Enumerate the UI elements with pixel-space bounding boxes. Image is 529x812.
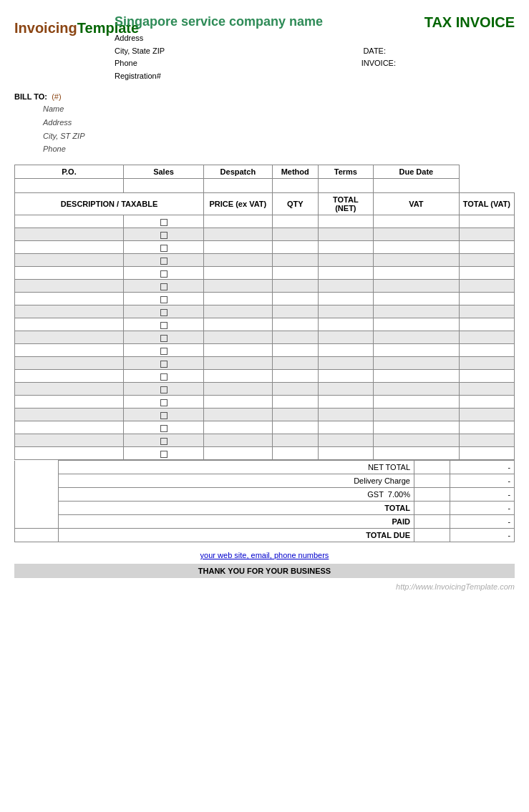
item-description[interactable] [15,447,124,460]
item-total-vat[interactable] [459,241,514,254]
item-price[interactable] [204,409,272,421]
item-total-vat[interactable] [459,267,514,280]
item-price[interactable] [204,241,272,254]
item-checkbox[interactable] [123,447,203,460]
item-total-net[interactable] [318,344,373,357]
checkbox-icon[interactable] [160,245,168,252]
item-description[interactable] [15,396,124,409]
item-description[interactable] [15,293,124,305]
item-price[interactable] [204,421,272,434]
item-description[interactable] [15,228,124,241]
item-vat[interactable] [373,254,459,267]
item-total-net[interactable] [318,331,373,344]
item-total-net[interactable] [318,293,373,305]
item-description[interactable] [15,357,124,370]
item-price[interactable] [204,215,272,228]
checkbox-icon[interactable] [160,309,168,316]
item-description[interactable] [15,344,124,357]
item-vat[interactable] [373,228,459,241]
item-vat[interactable] [373,305,459,318]
item-checkbox[interactable] [123,228,203,241]
item-price[interactable] [204,344,272,357]
item-qty[interactable] [272,215,318,228]
item-price[interactable] [204,357,272,370]
checkbox-icon[interactable] [160,219,168,226]
checkbox-icon[interactable] [160,283,168,290]
item-checkbox[interactable] [123,267,203,280]
checkbox-icon[interactable] [160,373,168,381]
due-date-value[interactable] [373,179,459,193]
item-vat[interactable] [373,396,459,409]
item-vat[interactable] [373,383,459,396]
item-checkbox[interactable] [123,305,203,318]
checkbox-icon[interactable] [160,348,168,355]
item-total-vat[interactable] [459,293,514,305]
item-total-net[interactable] [318,434,373,447]
item-vat[interactable] [373,241,459,254]
item-checkbox[interactable] [123,383,203,396]
item-vat[interactable] [373,280,459,293]
item-qty[interactable] [272,318,318,331]
item-total-vat[interactable] [459,370,514,383]
item-total-vat[interactable] [459,344,514,357]
checkbox-icon[interactable] [160,335,168,342]
terms-value[interactable] [318,179,373,193]
item-total-net[interactable] [318,254,373,267]
item-total-vat[interactable] [459,280,514,293]
item-description[interactable] [15,318,124,331]
item-checkbox[interactable] [123,344,203,357]
item-total-net[interactable] [318,383,373,396]
item-vat[interactable] [373,357,459,370]
item-total-net[interactable] [318,280,373,293]
item-total-vat[interactable] [459,305,514,318]
item-qty[interactable] [272,447,318,460]
item-price[interactable] [204,383,272,396]
item-price[interactable] [204,293,272,305]
checkbox-icon[interactable] [160,412,168,419]
item-checkbox[interactable] [123,421,203,434]
item-qty[interactable] [272,409,318,421]
item-vat[interactable] [373,331,459,344]
item-total-vat[interactable] [459,421,514,434]
item-price[interactable] [204,396,272,409]
item-total-vat[interactable] [459,318,514,331]
item-vat[interactable] [373,421,459,434]
checkbox-icon[interactable] [160,438,168,445]
item-total-net[interactable] [318,318,373,331]
item-vat[interactable] [373,370,459,383]
item-total-net[interactable] [318,305,373,318]
item-vat[interactable] [373,267,459,280]
item-qty[interactable] [272,434,318,447]
item-vat[interactable] [373,215,459,228]
item-price[interactable] [204,267,272,280]
item-qty[interactable] [272,305,318,318]
checkbox-icon[interactable] [160,399,168,406]
item-total-vat[interactable] [459,357,514,370]
item-qty[interactable] [272,254,318,267]
method-value[interactable] [272,179,318,193]
item-total-net[interactable] [318,370,373,383]
item-qty[interactable] [272,241,318,254]
item-total-net[interactable] [318,215,373,228]
item-checkbox[interactable] [123,318,203,331]
item-description[interactable] [15,215,124,228]
item-qty[interactable] [272,344,318,357]
item-price[interactable] [204,370,272,383]
item-qty[interactable] [272,357,318,370]
item-checkbox[interactable] [123,293,203,305]
item-price[interactable] [204,434,272,447]
item-description[interactable] [15,434,124,447]
item-total-vat[interactable] [459,396,514,409]
item-checkbox[interactable] [123,254,203,267]
item-checkbox[interactable] [123,241,203,254]
item-total-vat[interactable] [459,254,514,267]
item-description[interactable] [15,383,124,396]
item-vat[interactable] [373,447,459,460]
checkbox-icon[interactable] [160,258,168,265]
item-total-vat[interactable] [459,447,514,460]
item-total-net[interactable] [318,409,373,421]
sales-value[interactable] [123,179,203,193]
checkbox-icon[interactable] [160,386,168,393]
item-qty[interactable] [272,331,318,344]
item-checkbox[interactable] [123,215,203,228]
